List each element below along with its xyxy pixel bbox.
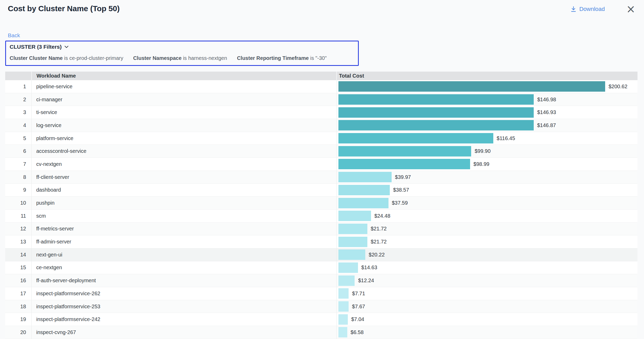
row-rank: 20 bbox=[5, 329, 31, 335]
cost-bar[interactable] bbox=[338, 249, 365, 260]
cost-bar[interactable] bbox=[338, 237, 367, 247]
row-workload-name: accesscontrol-service bbox=[31, 145, 336, 158]
cost-value-label: $7.71 bbox=[352, 291, 365, 297]
cost-value-label: $200.62 bbox=[609, 84, 627, 90]
row-total-cost-cell: $146.98 bbox=[336, 93, 637, 106]
row-total-cost-cell: $37.59 bbox=[336, 197, 637, 209]
cost-value-label: $146.98 bbox=[537, 97, 556, 103]
filter-condition-2: Cluster Namespace is harness-nextgen bbox=[133, 55, 227, 61]
row-rank: 2 bbox=[5, 97, 31, 103]
row-total-cost-cell: $24.48 bbox=[336, 210, 637, 222]
row-rank: 17 bbox=[5, 291, 31, 297]
back-link[interactable]: Back bbox=[8, 32, 20, 39]
row-rank: 12 bbox=[5, 226, 31, 232]
table-row: 9dashboard$38.57 bbox=[5, 184, 637, 197]
row-workload-name: ff-client-server bbox=[31, 171, 336, 184]
cost-value-label: $146.93 bbox=[537, 109, 556, 115]
row-total-cost-cell: $98.99 bbox=[336, 158, 637, 171]
row-workload-name: pushpin bbox=[31, 197, 336, 209]
row-rank: 6 bbox=[5, 148, 31, 154]
table-row: 6accesscontrol-service$99.90 bbox=[5, 145, 637, 158]
download-button[interactable]: Download bbox=[570, 6, 605, 12]
row-workload-name: ff-admin-server bbox=[31, 235, 336, 248]
cost-bar[interactable] bbox=[338, 159, 470, 169]
table-row: 19inspect-platformservice-242$7.04 bbox=[5, 313, 637, 326]
row-workload-name: inspect-platformservice-262 bbox=[31, 287, 336, 300]
row-rank: 19 bbox=[5, 316, 31, 322]
column-header-workload-name: Workload Name bbox=[31, 72, 336, 80]
table-row: 18inspect-platformservice-253$7.67 bbox=[5, 300, 637, 313]
table-row: 4log-service$146.87 bbox=[5, 119, 637, 132]
row-total-cost-cell: $12.24 bbox=[336, 274, 637, 287]
row-workload-name: cv-nextgen bbox=[31, 158, 336, 171]
table-row: 17inspect-platformservice-262$7.71 bbox=[5, 287, 637, 300]
cost-value-label: $38.57 bbox=[393, 187, 409, 193]
row-workload-name: scm bbox=[31, 210, 336, 222]
row-workload-name: inspect-platformservice-242 bbox=[31, 313, 336, 326]
cost-bar[interactable] bbox=[338, 120, 534, 130]
table-row: 20inspect-cvng-267$6.58 bbox=[5, 326, 637, 339]
row-rank: 1 bbox=[5, 84, 31, 90]
cost-bar[interactable] bbox=[338, 224, 367, 234]
header-actions: Download × bbox=[570, 5, 635, 13]
download-label: Download bbox=[579, 6, 605, 12]
cost-bar[interactable] bbox=[338, 327, 347, 337]
close-button[interactable]: × bbox=[626, 5, 635, 13]
cost-bar[interactable] bbox=[338, 94, 534, 105]
cost-bar[interactable] bbox=[338, 275, 355, 286]
table-body: 1pipeline-service$200.622ci-manager$146.… bbox=[5, 80, 637, 339]
cost-bar[interactable] bbox=[338, 81, 605, 92]
filter-summary-label: CLUSTER (3 Filters) bbox=[10, 44, 62, 50]
cost-bar[interactable] bbox=[338, 198, 388, 208]
row-total-cost-cell: $146.87 bbox=[336, 119, 637, 132]
table-row: 15ce-nextgen$14.63 bbox=[5, 261, 637, 274]
row-total-cost-cell: $116.45 bbox=[336, 132, 637, 145]
cost-bar[interactable] bbox=[338, 262, 358, 273]
download-icon bbox=[570, 6, 576, 12]
row-total-cost-cell: $21.72 bbox=[336, 223, 637, 235]
cost-value-label: $24.48 bbox=[374, 213, 390, 219]
cost-bar[interactable] bbox=[338, 288, 349, 299]
row-total-cost-cell: $7.04 bbox=[336, 313, 637, 326]
row-total-cost-cell: $21.72 bbox=[336, 235, 637, 248]
row-rank: 5 bbox=[5, 135, 31, 141]
table-row: 2ci-manager$146.98 bbox=[5, 93, 637, 106]
filter-summary-toggle[interactable]: CLUSTER (3 Filters) bbox=[10, 44, 69, 50]
row-total-cost-cell: $38.57 bbox=[336, 184, 637, 197]
table-row: 5platform-service$116.45 bbox=[5, 132, 637, 145]
row-rank: 10 bbox=[5, 200, 31, 206]
cost-bar[interactable] bbox=[338, 107, 534, 118]
chevron-down-icon bbox=[64, 46, 69, 48]
cost-bar[interactable] bbox=[338, 146, 471, 156]
cost-bar[interactable] bbox=[338, 301, 349, 312]
row-total-cost-cell: $7.67 bbox=[336, 300, 637, 313]
table-row: 11scm$24.48 bbox=[5, 210, 637, 223]
row-rank: 8 bbox=[5, 174, 31, 180]
row-rank: 15 bbox=[5, 265, 31, 271]
row-total-cost-cell: $39.97 bbox=[336, 171, 637, 184]
row-rank: 4 bbox=[5, 122, 31, 128]
cost-bar[interactable] bbox=[338, 185, 390, 195]
table-row: 7cv-nextgen$98.99 bbox=[5, 158, 637, 171]
row-rank: 16 bbox=[5, 278, 31, 284]
row-total-cost-cell: $99.90 bbox=[336, 145, 637, 158]
cost-value-label: $99.90 bbox=[475, 148, 490, 154]
cost-bar[interactable] bbox=[338, 133, 493, 143]
cost-bar[interactable] bbox=[338, 211, 371, 221]
row-workload-name: platform-service bbox=[31, 132, 336, 145]
row-workload-name: inspect-cvng-267 bbox=[31, 326, 336, 339]
filter-condition-label: Cluster Reporting Timeframe bbox=[237, 55, 309, 61]
table-row: 13ff-admin-server$21.72 bbox=[5, 235, 637, 248]
row-total-cost-cell: $20.22 bbox=[336, 248, 637, 261]
cost-bar[interactable] bbox=[338, 172, 392, 182]
row-rank: 7 bbox=[5, 161, 31, 167]
cost-bar[interactable] bbox=[338, 314, 348, 325]
row-workload-name: ci-manager bbox=[31, 93, 336, 106]
filter-panel: CLUSTER (3 Filters) Cluster Cluster Name… bbox=[5, 41, 359, 66]
row-rank: 3 bbox=[5, 109, 31, 115]
filter-condition-3: Cluster Reporting Timeframe is "-30" bbox=[237, 55, 327, 61]
column-header-total-cost: Total Cost bbox=[336, 72, 637, 80]
cost-value-label: $7.04 bbox=[351, 316, 364, 322]
row-rank: 18 bbox=[5, 304, 31, 310]
cost-value-label: $21.72 bbox=[371, 226, 387, 232]
